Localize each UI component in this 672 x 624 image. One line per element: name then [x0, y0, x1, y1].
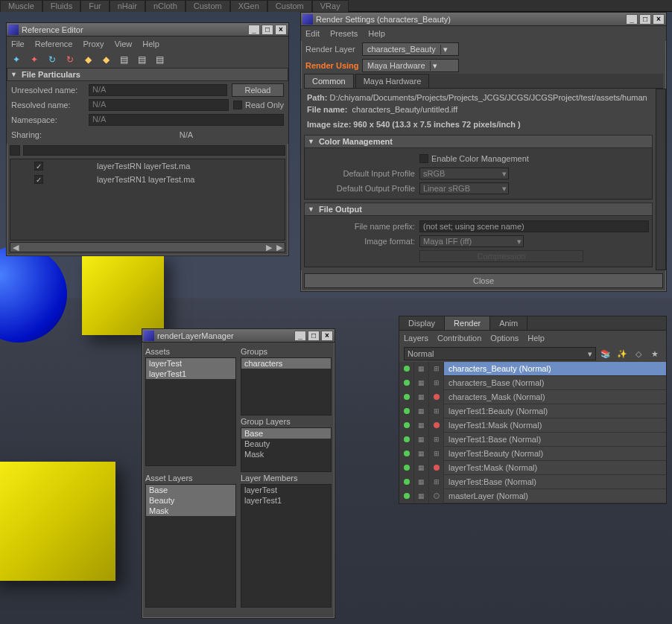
layer-type-icon[interactable] [429, 418, 444, 433]
reference-item[interactable]: layerTestRN1 layerTest.ma [10, 173, 285, 186]
reload-button[interactable]: Reload [232, 83, 284, 97]
form-icon[interactable]: ▤ [153, 53, 166, 66]
menu-help[interactable]: Help [142, 39, 159, 48]
default-input-combo[interactable]: sRGB▾ [419, 168, 509, 179]
menu-options[interactable]: Options [490, 334, 519, 343]
layer-visibility-icon[interactable]: ▦ [414, 489, 429, 503]
unresolved-input[interactable]: N/A [89, 84, 227, 96]
filter-input[interactable] [23, 145, 285, 156]
menu-presets[interactable]: Presets [330, 29, 358, 38]
namespace-input[interactable]: N/A [89, 114, 284, 126]
file-output-header[interactable]: ▼ File Output [304, 203, 653, 216]
assets-list[interactable]: layerTest layerTest1 [145, 357, 236, 466]
new-empty-layer-icon[interactable]: ◇ [632, 347, 645, 360]
close-button[interactable]: × [653, 14, 665, 25]
maximize-button[interactable]: □ [261, 25, 273, 35]
menu-help[interactable]: Help [368, 29, 385, 38]
tab-display[interactable]: Display [399, 316, 445, 330]
file-particulars-header[interactable]: ▼ File Particulars [7, 68, 288, 81]
minimize-button[interactable]: _ [248, 25, 260, 35]
filter-icon[interactable] [10, 145, 20, 156]
layer-visibility-icon[interactable]: ▦ [414, 404, 429, 418]
menu-help[interactable]: Help [527, 334, 545, 343]
renderable-toggle[interactable] [399, 475, 414, 489]
layer-type-icon[interactable] [429, 461, 444, 475]
render-layer-item[interactable]: ▦layerTest1:Mask (Normal) [399, 418, 666, 433]
close-button[interactable]: Close [304, 273, 663, 288]
layer-visibility-icon[interactable]: ▦ [414, 433, 429, 447]
titlebar[interactable]: Reference Editor _ □ × [7, 23, 288, 36]
renderable-toggle[interactable] [399, 362, 414, 376]
asset-layers-list[interactable]: Base Beauty Mask [145, 484, 236, 608]
layer-mode-combo[interactable]: Normal ▾ [404, 347, 596, 360]
render-layer-item[interactable]: ▦masterLayer (Normal) [399, 489, 666, 503]
render-layer-item[interactable]: ▦characters_Mask (Normal) [399, 390, 666, 404]
compression-button[interactable]: Compression [419, 250, 583, 262]
render-layer-item[interactable]: ▦⊞layerTest:Base (Normal) [399, 475, 666, 489]
renderable-toggle[interactable] [399, 418, 414, 433]
layer-type-icon[interactable]: ⊞ [429, 362, 444, 376]
shelf-tab[interactable]: Muscle [0, 0, 42, 12]
minimize-button[interactable]: _ [294, 331, 306, 341]
titlebar[interactable]: renderLayerManager _ □ × [142, 329, 335, 343]
list-item[interactable]: Base [146, 485, 235, 495]
enable-cm-checkbox[interactable] [419, 154, 428, 163]
list-item[interactable]: layerTest [146, 358, 235, 369]
layer-visibility-icon[interactable]: ▦ [414, 475, 429, 489]
shelf-tab[interactable]: Fluids [42, 0, 80, 12]
list-item[interactable]: Base [241, 428, 331, 439]
tab-common[interactable]: Common [304, 74, 354, 88]
scroll-right-icon[interactable]: ▶ [264, 243, 274, 252]
render-layer-item[interactable]: ▦⊞layerTest:Beauty (Normal) [399, 447, 666, 461]
ref-checkbox[interactable] [34, 175, 43, 184]
renderable-toggle[interactable] [399, 376, 414, 390]
layer-visibility-icon[interactable]: ▦ [414, 461, 429, 475]
maximize-button[interactable]: □ [639, 14, 651, 25]
readonly-checkbox[interactable] [233, 101, 242, 109]
color-management-header[interactable]: ▼ Color Management [304, 135, 653, 148]
render-layer-item[interactable]: ▦⊞characters_Base (Normal) [399, 376, 666, 390]
renderable-toggle[interactable] [399, 433, 414, 447]
render-layer-item[interactable]: ▦⊞layerTest1:Base (Normal) [399, 433, 666, 447]
layer-type-icon[interactable]: ⊞ [429, 447, 444, 461]
list-item[interactable]: Mask [146, 506, 235, 516]
groups-list[interactable]: characters [241, 357, 332, 416]
menu-layers[interactable]: Layers [404, 334, 428, 343]
v-scrollbar[interactable] [656, 89, 666, 270]
scroll-left-icon[interactable]: ◀ [10, 243, 21, 252]
layer-visibility-icon[interactable]: ▦ [414, 362, 429, 376]
menu-contribution[interactable]: Contribution [437, 334, 481, 343]
import-ref-icon[interactable]: ◆ [81, 53, 95, 66]
shelf-tab[interactable]: nHair [110, 0, 145, 12]
layer-type-icon[interactable]: ⊞ [429, 433, 444, 447]
menu-reference[interactable]: Reference [35, 39, 73, 48]
resolved-input[interactable]: N/A [89, 99, 229, 111]
renderable-toggle[interactable] [399, 390, 414, 404]
close-button[interactable]: × [321, 331, 333, 341]
shelf-tab[interactable]: XGen [230, 0, 267, 12]
menu-edit[interactable]: Edit [305, 29, 320, 38]
new-layer-wand-icon[interactable]: ✨ [615, 347, 629, 360]
reload-ref-icon[interactable]: ↻ [45, 53, 59, 66]
layer-type-icon[interactable]: ⊞ [429, 475, 444, 489]
list-item[interactable]: characters [241, 358, 331, 369]
titlebar[interactable]: Render Settings (characters_Beauty) _ □ … [301, 13, 666, 26]
close-button[interactable]: × [275, 25, 287, 35]
menu-view[interactable]: View [115, 39, 133, 48]
list-item[interactable]: Beauty [241, 439, 331, 449]
layer-type-icon[interactable]: ⊞ [429, 376, 444, 390]
list-item[interactable]: Beauty [146, 495, 235, 506]
list-item[interactable]: layerTest1 [146, 369, 235, 379]
list-item[interactable]: layerTest [241, 485, 331, 495]
render-layer-item[interactable]: ▦layerTest:Mask (Normal) [399, 461, 666, 475]
layer-visibility-icon[interactable]: ▦ [414, 390, 429, 404]
remove-ref-icon[interactable]: ✦ [28, 53, 41, 66]
create-ref-icon[interactable]: ✦ [10, 53, 23, 66]
render-layer-item[interactable]: ▦⊞layerTest1:Beauty (Normal) [399, 404, 666, 418]
h-scrollbar[interactable]: ◀ ▶ ▶ [10, 242, 285, 252]
ref-checkbox[interactable] [34, 162, 43, 171]
image-format-combo[interactable]: Maya IFF (iff)▾ [419, 235, 524, 247]
menu-proxy[interactable]: Proxy [83, 39, 104, 48]
render-using-combo[interactable]: Maya Hardware▾ [362, 59, 459, 72]
layer-type-icon[interactable]: ⊞ [429, 404, 444, 418]
